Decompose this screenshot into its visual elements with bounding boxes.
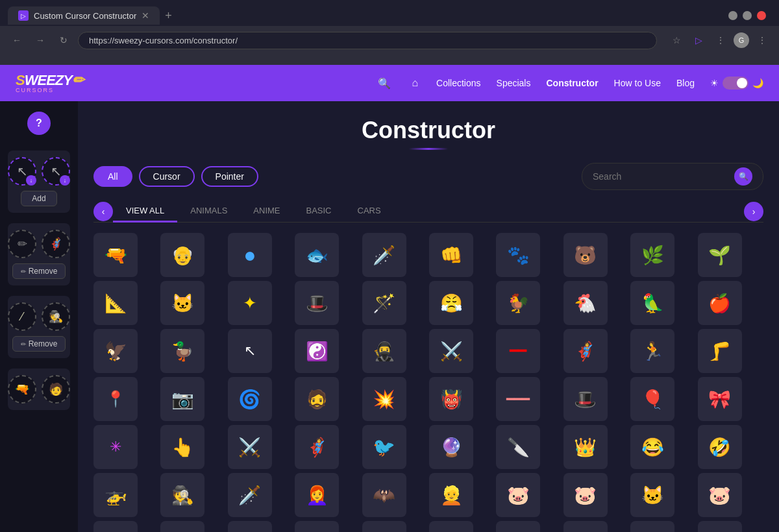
cursor-item[interactable]: 🍎 xyxy=(698,281,742,325)
cursor-item[interactable]: 📍 xyxy=(93,377,138,421)
cursor-item[interactable]: 🌱 xyxy=(698,233,742,277)
tab-view-all[interactable]: VIEW ALL xyxy=(113,200,177,223)
cursor-item[interactable]: 🎀 xyxy=(698,377,742,421)
cursor-item[interactable]: 🎈 xyxy=(630,377,674,421)
cursor-item[interactable]: 🐸 xyxy=(496,521,540,532)
help-button[interactable]: ? xyxy=(27,112,51,135)
toggle-track[interactable] xyxy=(723,77,748,90)
cursor-item[interactable]: 🎩 xyxy=(563,377,608,421)
active-tab[interactable]: ▷ Custom Cursor Constructor ✕ xyxy=(8,6,160,25)
cursor-item[interactable]: 🚀 xyxy=(93,521,138,532)
new-tab-button[interactable]: + xyxy=(165,9,172,23)
cursor-item[interactable]: 🥷 xyxy=(362,329,406,373)
window-maximize[interactable] xyxy=(743,11,752,20)
cursor-item[interactable]: 🕵️ xyxy=(160,473,204,517)
cursor-item[interactable]: ⚔️ xyxy=(429,329,473,373)
add-button[interactable]: Add xyxy=(21,191,56,206)
cursor-item[interactable]: 🐦 xyxy=(362,425,406,469)
cursor-slot-3a[interactable]: ⁄ xyxy=(8,302,36,331)
filter-pointer-button[interactable]: Pointer xyxy=(201,166,258,187)
constructor-link[interactable]: Constructor xyxy=(546,78,598,88)
cursor-slot-2b[interactable]: 🦸 xyxy=(42,230,70,258)
cursor-item[interactable]: 🏃 xyxy=(630,329,674,373)
cursor-item[interactable]: 🎩 xyxy=(295,281,339,325)
cursor-item[interactable]: 🐱 xyxy=(630,473,674,517)
search-input[interactable] xyxy=(593,171,734,182)
cursor-item[interactable]: 🗡️ xyxy=(362,233,406,277)
cursor-item[interactable]: 🦵 xyxy=(698,329,742,373)
cursor-item[interactable]: 🐔 xyxy=(563,281,608,325)
cursor-item[interactable]: 👱‍♀️ xyxy=(429,521,473,532)
cursor-slot-4a[interactable]: 🔫 xyxy=(8,375,36,404)
cursor-item[interactable]: 🌀 xyxy=(228,377,272,421)
cursor-item[interactable]: 👹 xyxy=(429,377,473,421)
bookmark-button[interactable]: ☆ xyxy=(667,31,686,49)
search-submit-button[interactable]: 🔍 xyxy=(734,167,752,186)
cursor-slot-2a[interactable]: ✏ xyxy=(8,230,36,258)
how-to-use-link[interactable]: How to Use xyxy=(614,78,661,88)
reload-button[interactable]: ↻ xyxy=(55,31,73,49)
cursor-item[interactable]: ☯️ xyxy=(295,329,339,373)
extensions-button[interactable]: ⋮ xyxy=(711,31,730,49)
cursor-item[interactable]: 🗡️ xyxy=(228,521,272,532)
back-button[interactable]: ← xyxy=(8,31,26,49)
tab-cars[interactable]: CARS xyxy=(345,200,394,223)
theme-toggle[interactable]: ☀ 🌙 xyxy=(710,77,763,90)
cursor-item[interactable]: ✳ xyxy=(93,425,138,469)
cursor-item[interactable]: 😤 xyxy=(429,281,473,325)
cursor-item[interactable]: 🐙 xyxy=(630,521,674,532)
cursor-item[interactable]: 👧 xyxy=(295,521,339,532)
cursor-item[interactable]: 🤣 xyxy=(698,425,742,469)
cursor-item[interactable]: 🦸 xyxy=(563,329,608,373)
cursor-slot-1a[interactable]: ↖ ↓ xyxy=(8,157,36,186)
collections-link[interactable]: Collections xyxy=(436,78,480,88)
cursor-item[interactable]: ↖ xyxy=(228,329,272,373)
cursor-item[interactable]: 👑 xyxy=(563,425,608,469)
forward-button[interactable]: → xyxy=(31,31,49,49)
cursor-item[interactable]: 🐓 xyxy=(496,281,540,325)
tab-basic[interactable]: BASIC xyxy=(293,200,345,223)
cursor-item[interactable]: 🦅 xyxy=(93,329,138,373)
remove-button-2[interactable]: ✏ Remove xyxy=(12,336,66,352)
cursor-item[interactable]: 🐸 xyxy=(563,521,608,532)
cursor-item[interactable]: 🐷 xyxy=(563,473,608,517)
profile-button[interactable]: G xyxy=(734,32,749,48)
cursor-item[interactable]: 🪄 xyxy=(362,281,406,325)
cursor-item[interactable]: 🐷 xyxy=(496,473,540,517)
cursor-item[interactable]: 🔫 xyxy=(93,233,138,277)
cursor-item[interactable]: 🐷 xyxy=(698,473,742,517)
window-minimize[interactable] xyxy=(728,11,737,20)
cursor-item[interactable]: ━━━ xyxy=(496,377,540,421)
cursor-item[interactable]: 🔪 xyxy=(496,425,540,469)
cursor-item[interactable]: ✦ xyxy=(228,281,272,325)
extension-play-button[interactable]: ▷ xyxy=(689,31,708,49)
cursor-slot-1b[interactable]: ↖ ↓ xyxy=(42,157,70,186)
cursor-item[interactable]: 💥 xyxy=(362,377,406,421)
remove-button-1[interactable]: ✏ Remove xyxy=(12,263,66,279)
category-prev-button[interactable]: ‹ xyxy=(93,202,113,221)
cursor-item[interactable]: 🧔 xyxy=(295,377,339,421)
cursor-item[interactable]: 😂 xyxy=(630,425,674,469)
cursor-item[interactable]: 🌿 xyxy=(630,233,674,277)
cursor-slot-4b[interactable]: 🧑 xyxy=(42,375,70,404)
cursor-item[interactable]: 🦜 xyxy=(630,281,674,325)
cursor-grid-container[interactable]: 🔫 👴 ● 🐟 🗡️ 👊 🐾 🐻 🌿 🌱 📐 🐱 ✦ 🎩 🪄 xyxy=(93,233,763,532)
cursor-item[interactable]: 📐 xyxy=(93,281,138,325)
blog-link[interactable]: Blog xyxy=(676,78,695,88)
tab-animals[interactable]: ANIMALS xyxy=(177,200,240,223)
cursor-item[interactable]: 👆 xyxy=(160,425,204,469)
cursor-slot-3b[interactable]: 🕵 xyxy=(42,302,70,331)
specials-link[interactable]: Specials xyxy=(497,78,531,88)
cursor-item[interactable]: 🐻 xyxy=(563,233,608,277)
cursor-item[interactable]: 🕵️ xyxy=(160,521,204,532)
tab-anime[interactable]: ANIME xyxy=(240,200,293,223)
cursor-item[interactable]: 🦸 xyxy=(295,425,339,469)
address-bar[interactable]: https://sweezy-cursors.com/constructor/ xyxy=(78,32,657,49)
cursor-item[interactable]: 🔮 xyxy=(429,425,473,469)
cursor-item[interactable]: 👩‍🦰 xyxy=(295,473,339,517)
filter-cursor-button[interactable]: Cursor xyxy=(139,166,195,187)
cursor-item[interactable]: 🐾 xyxy=(496,233,540,277)
category-next-button[interactable]: › xyxy=(744,202,763,221)
cursor-item[interactable]: 👴 xyxy=(160,233,204,277)
cursor-item[interactable]: 📷 xyxy=(160,377,204,421)
